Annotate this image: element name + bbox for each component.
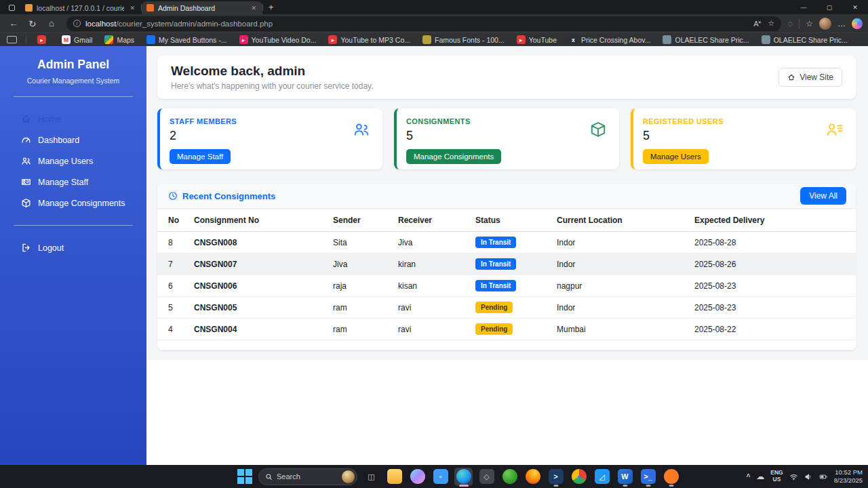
profile-avatar[interactable] (819, 18, 831, 30)
sidebar-item-manage-consignments[interactable]: Manage Consignments (0, 192, 146, 214)
tab-close-icon[interactable]: ✕ (250, 5, 258, 12)
column-header-consignment-no: Consignment No (194, 209, 333, 232)
sidebar-item-dashboard[interactable]: Dashboard (0, 129, 146, 150)
hidden-icons-chevron[interactable]: ^ (746, 473, 750, 481)
address-bar[interactable]: i localhost/courier_system/admin/admin-d… (66, 16, 781, 31)
battery-icon[interactable] (819, 472, 828, 481)
bookmark-maps[interactable]: Maps (100, 34, 139, 45)
bookmark-favicon: ▸ (37, 35, 46, 44)
edge-icon[interactable] (454, 468, 473, 486)
sidebar-item-label: Home (38, 115, 60, 124)
browser-chrome: localhost / 127.0.0.1 / courier_db ✕ Adm… (0, 0, 868, 46)
sidebar-item-home[interactable]: Home (0, 108, 146, 129)
task-view-icon[interactable]: ◫ (362, 468, 380, 486)
url-text[interactable]: localhost/courier_system/admin/admin-das… (85, 20, 749, 28)
cell-no: 4 (157, 319, 194, 340)
cell-no: 6 (157, 275, 194, 297)
welcome-card: Welcome back, admin Here's what's happen… (157, 56, 856, 99)
settings-more-icon[interactable]: … (837, 19, 846, 28)
workspaces-icon[interactable] (5, 2, 18, 13)
sidebar-item-manage-staff[interactable]: Manage Staff (0, 171, 146, 192)
cell-expected-delivery: 2025-08-22 (694, 319, 856, 340)
view-site-button[interactable]: View Site (778, 68, 842, 87)
vscode-icon[interactable]: ◿ (593, 468, 611, 486)
tab-localhost-courier-db[interactable]: localhost / 127.0.0.1 / courier_db ✕ (20, 1, 141, 14)
bookmark-label: YouTube Video Do... (252, 36, 317, 44)
bookmark-my-saved-buttons[interactable]: My Saved Buttons -... (142, 34, 231, 45)
taskbar-search-input[interactable]: Search (258, 468, 357, 485)
table-row[interactable]: 8 CNSGN008 Sita Jiva In Transit Indor 20… (157, 232, 856, 253)
window-minimize-button[interactable]: — (791, 0, 816, 14)
status-badge: Pending (475, 302, 513, 313)
microsoft-store-icon[interactable]: ▫ (431, 468, 450, 486)
bookmark-favicon (422, 35, 431, 44)
copilot-icon[interactable] (408, 468, 427, 486)
site-info-icon[interactable]: i (73, 20, 81, 27)
tab-favicon (25, 4, 33, 12)
sidebar-item-icon (21, 198, 31, 208)
view-all-button[interactable]: View All (800, 187, 846, 205)
wifi-icon[interactable] (789, 472, 798, 481)
onedrive-icon[interactable]: ☁ (756, 472, 764, 481)
clock-icon (168, 191, 178, 201)
table-row[interactable]: 6 CNSGN006 raja kisan In Transit nagpur … (157, 275, 856, 297)
bookmark-youtube[interactable]: ▸ YouTube (512, 34, 561, 45)
bookmark-label: YouTube to MP3 Co... (340, 36, 410, 44)
read-aloud-icon[interactable]: A˟ (753, 20, 761, 28)
bookmark-favicon: ▸ (517, 35, 526, 44)
favorites-list-icon[interactable]: ☆ (806, 19, 813, 28)
cell-sender: ram (333, 319, 398, 340)
bookmark-youtube-pinned[interactable]: ▸ (33, 34, 54, 45)
cell-sender: ram (333, 297, 398, 319)
stat-manage-button[interactable]: Manage Staff (170, 149, 231, 164)
stats-row: STAFF MEMBERS 2 Manage Staff CONSIGNMENT… (157, 108, 856, 169)
xampp-icon[interactable] (662, 468, 680, 486)
stat-manage-button[interactable]: Manage Consignments (406, 149, 501, 164)
bookmark-olaelec-1[interactable]: OLAELEC Share Pric... (658, 34, 753, 45)
bookmark-gmail[interactable]: M Gmail (57, 34, 97, 45)
bookmark-price-crossing[interactable]: x Price Crossing Abov... (564, 34, 656, 45)
sidebar-toggle-icon[interactable] (7, 36, 17, 43)
taskbar-clock[interactable]: 10:52 PM8/23/2025 (834, 468, 863, 485)
bookmark-favicon: x (569, 35, 578, 44)
home-button[interactable]: ⌂ (43, 16, 60, 31)
terminal-icon[interactable]: >_ (639, 468, 657, 486)
hexagon-app-icon[interactable]: ◇ (477, 468, 496, 486)
bookmark-youtube-video-do[interactable]: ▸ YouTube Video Do... (235, 34, 321, 45)
reload-button[interactable]: ↻ (24, 16, 41, 31)
tab-close-icon[interactable]: ✕ (128, 5, 136, 12)
favorite-star-icon[interactable]: ☆ (768, 19, 774, 28)
bookmark-olaelec-2[interactable]: OLAELEC Share Pric... (757, 34, 852, 45)
language-indicator[interactable]: ENGUS (770, 470, 783, 483)
sidebar-item-manage-users[interactable]: Manage Users (0, 150, 146, 171)
new-tab-button[interactable]: + (269, 2, 274, 12)
bookmark-youtube-to-mp3[interactable]: ▸ YouTube to MP3 Co... (323, 34, 415, 45)
window-maximize-button[interactable]: ▢ (816, 0, 842, 14)
powershell-icon[interactable]: > (547, 468, 565, 486)
volume-icon[interactable] (804, 472, 813, 481)
word-icon[interactable]: W (616, 468, 634, 486)
back-button[interactable]: ← (5, 16, 22, 31)
cell-consignment-no: CNSGN006 (194, 275, 333, 297)
cell-current-location: Mumbai (557, 319, 694, 340)
tab-admin-dashboard[interactable]: Admin Dashboard ✕ (142, 1, 262, 14)
table-row[interactable]: 7 CNSGN007 Jiva kiran In Transit Indor 2… (157, 253, 856, 275)
cell-consignment-no: CNSGN008 (194, 232, 333, 253)
chrome-icon[interactable]: ● (570, 468, 588, 486)
column-header-status: Status (475, 209, 557, 232)
start-button-icon[interactable] (236, 468, 254, 485)
tab-title: Admin Dashboard (158, 4, 245, 12)
bookmark-famous-fonts[interactable]: Famous Fonts - 100... (418, 34, 509, 45)
sidebar-item-label: Dashboard (38, 136, 79, 145)
stat-manage-button[interactable]: Manage Users (643, 149, 709, 164)
file-explorer-icon[interactable] (385, 468, 403, 486)
window-close-button[interactable]: ✕ (842, 0, 868, 14)
cell-consignment-no: CNSGN007 (194, 253, 333, 275)
copilot-icon[interactable] (852, 18, 863, 29)
xbox-icon[interactable] (500, 468, 519, 486)
table-row[interactable]: 5 CNSGN005 ram ravi Pending Indor 2025-0… (157, 297, 856, 319)
table-row[interactable]: 4 CNSGN004 ram ravi Pending Mumbai 2025-… (157, 319, 856, 340)
firefox-icon[interactable] (524, 468, 542, 486)
sidebar-item-logout[interactable]: Logout (0, 237, 146, 258)
browser-essentials-icon[interactable]: ◌ (788, 19, 793, 28)
